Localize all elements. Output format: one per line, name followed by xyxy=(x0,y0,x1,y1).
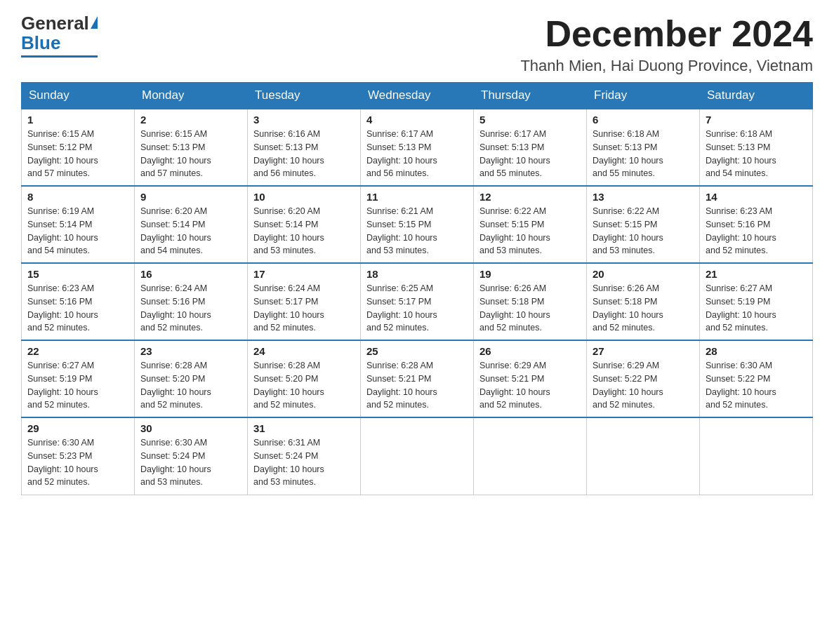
day-info: Sunrise: 6:28 AMSunset: 5:20 PMDaylight:… xyxy=(140,361,211,410)
header-wednesday: Wednesday xyxy=(361,83,474,109)
calendar-cell: 26 Sunrise: 6:29 AMSunset: 5:21 PMDaylig… xyxy=(474,340,587,417)
calendar-cell xyxy=(474,417,587,495)
calendar-week-2: 8 Sunrise: 6:19 AMSunset: 5:14 PMDayligh… xyxy=(22,186,813,263)
day-number: 28 xyxy=(706,345,807,357)
calendar-cell xyxy=(361,417,474,495)
calendar-cell: 8 Sunrise: 6:19 AMSunset: 5:14 PMDayligh… xyxy=(22,186,135,263)
day-info: Sunrise: 6:22 AMSunset: 5:15 PMDaylight:… xyxy=(593,206,663,255)
calendar-cell: 19 Sunrise: 6:26 AMSunset: 5:18 PMDaylig… xyxy=(474,263,587,340)
calendar-cell: 1 Sunrise: 6:15 AMSunset: 5:12 PMDayligh… xyxy=(22,109,135,186)
day-number: 5 xyxy=(479,114,581,126)
header-friday: Friday xyxy=(587,83,700,109)
day-info: Sunrise: 6:27 AMSunset: 5:19 PMDaylight:… xyxy=(27,361,98,410)
day-info: Sunrise: 6:20 AMSunset: 5:14 PMDaylight:… xyxy=(253,206,324,255)
calendar-cell: 9 Sunrise: 6:20 AMSunset: 5:14 PMDayligh… xyxy=(135,186,248,263)
calendar-cell xyxy=(700,417,813,495)
day-number: 12 xyxy=(479,191,581,203)
day-info: Sunrise: 6:30 AMSunset: 5:24 PMDaylight:… xyxy=(140,438,211,487)
day-info: Sunrise: 6:31 AMSunset: 5:24 PMDaylight:… xyxy=(253,438,324,487)
calendar-cell: 16 Sunrise: 6:24 AMSunset: 5:16 PMDaylig… xyxy=(135,263,248,340)
day-number: 27 xyxy=(593,345,694,357)
calendar-cell: 14 Sunrise: 6:23 AMSunset: 5:16 PMDaylig… xyxy=(700,186,813,263)
page-header: General Blue December 2024 Thanh Mien, H… xyxy=(21,14,813,75)
day-info: Sunrise: 6:29 AMSunset: 5:21 PMDaylight:… xyxy=(479,361,550,410)
calendar-cell: 29 Sunrise: 6:30 AMSunset: 5:23 PMDaylig… xyxy=(22,417,135,495)
day-number: 14 xyxy=(706,191,807,203)
day-number: 8 xyxy=(27,191,128,203)
calendar-cell: 13 Sunrise: 6:22 AMSunset: 5:15 PMDaylig… xyxy=(587,186,700,263)
header-tuesday: Tuesday xyxy=(248,83,361,109)
day-number: 19 xyxy=(479,268,581,280)
calendar-cell: 15 Sunrise: 6:23 AMSunset: 5:16 PMDaylig… xyxy=(22,263,135,340)
day-number: 30 xyxy=(140,422,241,434)
header-sunday: Sunday xyxy=(22,83,135,109)
logo-underline xyxy=(21,55,98,58)
calendar-cell: 5 Sunrise: 6:17 AMSunset: 5:13 PMDayligh… xyxy=(474,109,587,186)
day-number: 17 xyxy=(253,268,355,280)
day-number: 31 xyxy=(253,422,355,434)
header-thursday: Thursday xyxy=(474,83,587,109)
calendar-week-3: 15 Sunrise: 6:23 AMSunset: 5:16 PMDaylig… xyxy=(22,263,813,340)
day-info: Sunrise: 6:23 AMSunset: 5:16 PMDaylight:… xyxy=(706,206,776,255)
calendar-cell: 24 Sunrise: 6:28 AMSunset: 5:20 PMDaylig… xyxy=(248,340,361,417)
day-number: 26 xyxy=(479,345,581,357)
day-number: 2 xyxy=(140,114,241,126)
day-number: 15 xyxy=(27,268,128,280)
day-number: 29 xyxy=(27,422,128,434)
day-number: 11 xyxy=(366,191,468,203)
calendar-cell: 10 Sunrise: 6:20 AMSunset: 5:14 PMDaylig… xyxy=(248,186,361,263)
day-number: 13 xyxy=(593,191,694,203)
day-number: 23 xyxy=(140,345,241,357)
day-number: 7 xyxy=(706,114,807,126)
day-number: 22 xyxy=(27,345,128,357)
calendar-cell: 30 Sunrise: 6:30 AMSunset: 5:24 PMDaylig… xyxy=(135,417,248,495)
calendar-table: SundayMondayTuesdayWednesdayThursdayFrid… xyxy=(21,82,813,495)
logo-general: General xyxy=(21,14,89,32)
header-saturday: Saturday xyxy=(700,83,813,109)
calendar-cell: 4 Sunrise: 6:17 AMSunset: 5:13 PMDayligh… xyxy=(361,109,474,186)
day-info: Sunrise: 6:30 AMSunset: 5:22 PMDaylight:… xyxy=(706,361,776,410)
day-info: Sunrise: 6:28 AMSunset: 5:20 PMDaylight:… xyxy=(253,361,324,410)
day-number: 18 xyxy=(366,268,468,280)
calendar-cell: 25 Sunrise: 6:28 AMSunset: 5:21 PMDaylig… xyxy=(361,340,474,417)
calendar-cell: 2 Sunrise: 6:15 AMSunset: 5:13 PMDayligh… xyxy=(135,109,248,186)
calendar-week-5: 29 Sunrise: 6:30 AMSunset: 5:23 PMDaylig… xyxy=(22,417,813,495)
calendar-cell: 17 Sunrise: 6:24 AMSunset: 5:17 PMDaylig… xyxy=(248,263,361,340)
day-number: 9 xyxy=(140,191,241,203)
calendar-cell: 21 Sunrise: 6:27 AMSunset: 5:19 PMDaylig… xyxy=(700,263,813,340)
calendar-cell: 22 Sunrise: 6:27 AMSunset: 5:19 PMDaylig… xyxy=(22,340,135,417)
day-info: Sunrise: 6:25 AMSunset: 5:17 PMDaylight:… xyxy=(366,283,437,333)
day-info: Sunrise: 6:15 AMSunset: 5:13 PMDaylight:… xyxy=(140,129,211,178)
calendar-cell: 6 Sunrise: 6:18 AMSunset: 5:13 PMDayligh… xyxy=(587,109,700,186)
calendar-cell xyxy=(587,417,700,495)
day-info: Sunrise: 6:23 AMSunset: 5:16 PMDaylight:… xyxy=(27,283,98,333)
day-info: Sunrise: 6:24 AMSunset: 5:16 PMDaylight:… xyxy=(140,283,211,333)
calendar-cell: 11 Sunrise: 6:21 AMSunset: 5:15 PMDaylig… xyxy=(361,186,474,263)
day-info: Sunrise: 6:18 AMSunset: 5:13 PMDaylight:… xyxy=(593,129,663,178)
calendar-cell: 18 Sunrise: 6:25 AMSunset: 5:17 PMDaylig… xyxy=(361,263,474,340)
day-number: 10 xyxy=(253,191,355,203)
day-info: Sunrise: 6:26 AMSunset: 5:18 PMDaylight:… xyxy=(479,283,550,333)
day-info: Sunrise: 6:19 AMSunset: 5:14 PMDaylight:… xyxy=(27,206,98,255)
calendar-cell: 27 Sunrise: 6:29 AMSunset: 5:22 PMDaylig… xyxy=(587,340,700,417)
day-info: Sunrise: 6:28 AMSunset: 5:21 PMDaylight:… xyxy=(366,361,437,410)
logo-text: General xyxy=(21,14,98,32)
day-info: Sunrise: 6:17 AMSunset: 5:13 PMDaylight:… xyxy=(479,129,550,178)
day-number: 20 xyxy=(593,268,694,280)
day-number: 6 xyxy=(593,114,694,126)
calendar-cell: 12 Sunrise: 6:22 AMSunset: 5:15 PMDaylig… xyxy=(474,186,587,263)
day-info: Sunrise: 6:24 AMSunset: 5:17 PMDaylight:… xyxy=(253,283,324,333)
day-info: Sunrise: 6:29 AMSunset: 5:22 PMDaylight:… xyxy=(593,361,663,410)
day-info: Sunrise: 6:27 AMSunset: 5:19 PMDaylight:… xyxy=(706,283,776,333)
day-info: Sunrise: 6:15 AMSunset: 5:12 PMDaylight:… xyxy=(27,129,98,178)
day-info: Sunrise: 6:18 AMSunset: 5:13 PMDaylight:… xyxy=(706,129,776,178)
day-number: 24 xyxy=(253,345,355,357)
day-info: Sunrise: 6:22 AMSunset: 5:15 PMDaylight:… xyxy=(479,206,550,255)
month-title: December 2024 xyxy=(520,14,813,54)
calendar-week-4: 22 Sunrise: 6:27 AMSunset: 5:19 PMDaylig… xyxy=(22,340,813,417)
day-number: 16 xyxy=(140,268,241,280)
calendar-cell: 7 Sunrise: 6:18 AMSunset: 5:13 PMDayligh… xyxy=(700,109,813,186)
logo-triangle-icon xyxy=(91,16,98,29)
day-info: Sunrise: 6:21 AMSunset: 5:15 PMDaylight:… xyxy=(366,206,437,255)
logo: General Blue xyxy=(21,14,98,58)
